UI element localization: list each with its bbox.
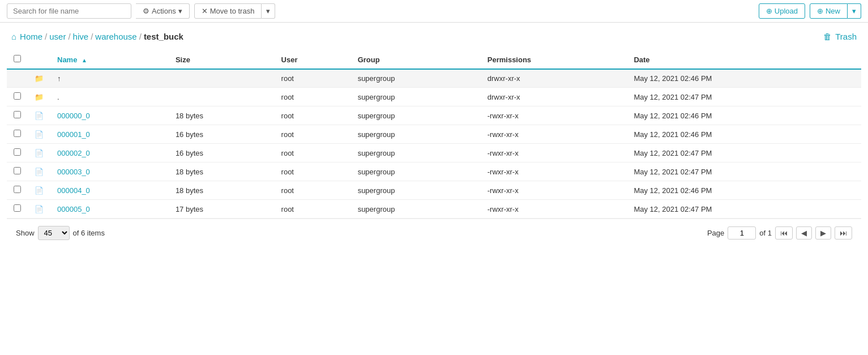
row-checkbox-cell [7,125,28,144]
row-date-cell: May 12, 2021 02:46 PM [627,106,861,125]
select-all-checkbox[interactable] [14,55,21,62]
search-input[interactable] [7,3,131,19]
row-checkbox[interactable] [14,186,21,193]
row-permissions-cell: drwxr-xr-x [481,69,627,88]
table-row: 📄000001_016 bytesrootsupergroup-rwxr-xr-… [7,125,861,144]
size-column-header[interactable]: Size [169,50,275,69]
file-table-container: Name ▲ Size User Group Permissions Date [0,50,868,247]
new-label: New [826,7,840,15]
plus-icon: ⊕ [817,7,823,15]
last-page-button[interactable]: ⏭ [835,226,852,239]
trash-button[interactable]: 🗑 Trash [823,32,857,41]
new-dropdown[interactable]: ▾ [848,3,861,19]
file-icon: 📄 [35,205,44,213]
breadcrumb-hive[interactable]: hive [73,32,89,41]
breadcrumb-bar: ⌂ Home / user / hive / warehouse / test_… [0,23,868,50]
permissions-column-header[interactable]: Permissions [481,50,627,69]
first-page-button[interactable]: ⏮ [775,226,793,239]
row-name-cell[interactable]: 000000_0 [50,106,169,125]
name-column-header[interactable]: Name ▲ [50,50,169,69]
row-checkbox[interactable] [14,148,21,156]
page-input[interactable] [728,226,756,239]
file-link[interactable]: 000005_0 [57,205,90,213]
row-name-cell[interactable]: 000002_0 [50,144,169,162]
row-user-cell: root [275,88,351,106]
row-checkbox[interactable] [14,92,21,100]
table-row: 📁.rootsupergroupdrwxr-xr-xMay 12, 2021 0… [7,88,861,106]
file-icon: 📄 [35,112,44,120]
file-icon: 📄 [35,186,44,195]
row-date-cell: May 12, 2021 02:47 PM [627,88,861,106]
move-to-trash-dropdown[interactable]: ▾ [262,3,275,19]
row-icon-cell: 📄 [28,106,50,125]
row-checkbox[interactable] [14,167,21,174]
move-to-trash-button[interactable]: ✕ Move to trash [194,3,262,19]
row-checkbox[interactable] [14,204,21,212]
row-permissions-cell: -rwxr-xr-x [481,200,627,219]
table-row: 📄000005_017 bytesrootsupergroup-rwxr-xr-… [7,200,861,219]
file-link[interactable]: 000002_0 [57,149,90,157]
row-name-cell[interactable]: 000005_0 [50,200,169,219]
date-column-label: Date [634,55,649,64]
group-column-header[interactable]: Group [351,50,481,69]
row-checkbox[interactable] [14,130,21,137]
row-group-cell: supergroup [351,88,481,106]
row-name-cell[interactable]: ↑ [50,69,169,88]
trash-label: Trash [835,32,857,41]
actions-button[interactable]: ⚙ Actions ▾ [136,3,190,19]
file-link[interactable]: 000001_0 [57,130,90,139]
row-icon-cell: 📄 [28,144,50,162]
page-label: Page [707,229,724,237]
row-icon-cell: 📄 [28,200,50,219]
breadcrumb-sep-2: / [91,32,93,41]
header-row: Name ▲ Size User Group Permissions Date [7,50,861,69]
file-link[interactable]: 000004_0 [57,186,90,195]
file-icon: 📄 [35,130,44,139]
actions-button-group: ⚙ Actions ▾ [136,3,190,19]
row-name-cell[interactable]: 000001_0 [50,125,169,144]
row-icon-cell: 📁 [28,88,50,106]
chevron-down-icon: ▾ [178,7,182,15]
row-size-cell: 16 bytes [169,144,275,162]
next-page-button[interactable]: ▶ [815,226,831,239]
row-size-cell [169,88,275,106]
folder-icon: 📁 [35,74,44,83]
breadcrumb-user[interactable]: user [49,32,66,41]
user-column-header[interactable]: User [275,50,351,69]
row-size-cell: 18 bytes [169,181,275,200]
date-column-header[interactable]: Date [627,50,861,69]
table-row: 📄000003_018 bytesrootsupergroup-rwxr-xr-… [7,162,861,181]
row-user-cell: root [275,69,351,88]
upload-button[interactable]: ⊕ Upload [759,3,805,19]
row-permissions-cell: -rwxr-xr-x [481,144,627,162]
file-link[interactable]: 000003_0 [57,168,90,176]
row-name-cell[interactable]: 000004_0 [50,181,169,200]
table-footer: Show 10 25 45 100 of 6 items Page of 1 ⏮… [7,219,861,247]
user-column-label: User [281,55,298,64]
row-permissions-cell: -rwxr-xr-x [481,125,627,144]
breadcrumb-sep-0: / [45,32,47,41]
row-permissions-cell: drwxr-xr-x [481,88,627,106]
upload-label: Upload [775,7,798,15]
row-name-cell[interactable]: . [50,88,169,106]
row-checkbox-cell [7,181,28,200]
row-checkbox[interactable] [14,111,21,118]
breadcrumb-home[interactable]: Home [20,32,42,41]
row-size-cell: 18 bytes [169,162,275,181]
row-user-cell: root [275,125,351,144]
new-button[interactable]: ⊕ New [810,3,848,19]
permissions-column-label: Permissions [488,55,531,64]
show-select[interactable]: 10 25 45 100 [38,226,70,240]
row-checkbox-cell [7,144,28,162]
row-size-cell [169,69,275,88]
row-name-cell[interactable]: 000003_0 [50,162,169,181]
row-date-cell: May 12, 2021 02:47 PM [627,144,861,162]
row-icon-cell: 📄 [28,125,50,144]
row-date-cell: May 12, 2021 02:47 PM [627,200,861,219]
file-link[interactable]: 000000_0 [57,112,90,120]
home-icon: ⌂ [11,32,16,41]
prev-page-button[interactable]: ◀ [796,226,812,239]
size-column-label: Size [176,55,190,64]
breadcrumb-warehouse[interactable]: warehouse [95,32,136,41]
row-checkbox-cell [7,106,28,125]
